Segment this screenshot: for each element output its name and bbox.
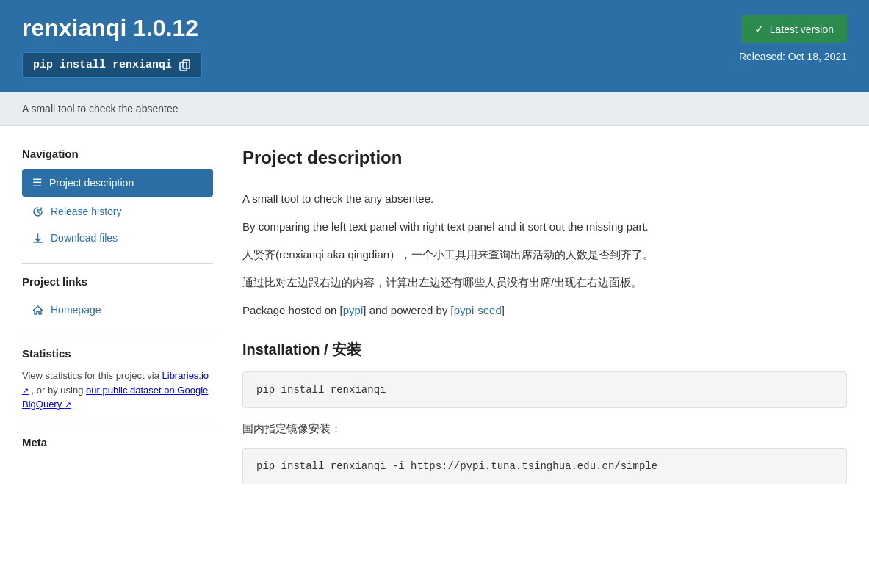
latest-version-label: Latest version: [770, 23, 834, 35]
pypi-link[interactable]: pypi: [343, 304, 364, 316]
project-links-title: Project links: [22, 275, 213, 288]
sidebar-divider-2: [22, 335, 213, 335]
content-para-3: 人贤齐(renxianqi aka qingdian），一个小工具用来查询出席活…: [242, 246, 847, 264]
statistics-text: View statistics for this project via Lib…: [22, 369, 213, 412]
sidebar-item-release-history[interactable]: Release history: [22, 198, 213, 225]
content-area: Project description A small tool to chec…: [242, 148, 847, 496]
external-link-icon-2: ↗: [65, 400, 71, 409]
package-title: renxianqi 1.0.12: [22, 15, 202, 42]
content-para-2: By comparing the left text panel with ri…: [242, 218, 847, 236]
external-link-icon: ↗: [22, 386, 29, 395]
released-date: Released: Oct 18, 2021: [739, 51, 847, 62]
mirror-label: 国内指定镜像安装：: [242, 420, 847, 438]
install-mirror-text: pip install renxianqi -i https://pypi.tu…: [256, 460, 657, 472]
sidebar-divider-1: [22, 263, 213, 264]
page-header: renxianqi 1.0.12 pip install renxianqi ✓…: [0, 0, 869, 92]
content-title: Project description: [242, 148, 847, 175]
sidebar-item-download-files[interactable]: Download files: [22, 225, 213, 251]
main-layout: Navigation ☰ Project description Release…: [0, 126, 869, 518]
download-icon: [32, 233, 43, 244]
latest-version-button[interactable]: ✓ Latest version: [741, 15, 847, 43]
sidebar-item-project-description-label: Project description: [49, 177, 134, 189]
install-mirror-block: pip install renxianqi -i https://pypi.tu…: [242, 448, 847, 484]
list-icon: ☰: [32, 176, 42, 189]
install-command-block: pip install renxianqi: [242, 371, 847, 408]
history-icon: [32, 206, 43, 217]
navigation-title: Navigation: [22, 148, 213, 160]
meta-title: Meta: [22, 436, 213, 449]
check-icon: ✓: [754, 22, 764, 36]
header-left: renxianqi 1.0.12 pip install renxianqi: [22, 15, 202, 78]
sidebar-divider-3: [22, 424, 213, 424]
statistics-title: Statistics: [22, 347, 213, 360]
copy-button[interactable]: [179, 59, 191, 71]
subtitle-bar: A small tool to check the absentee: [0, 92, 869, 126]
home-icon: [32, 305, 43, 316]
sidebar-item-homepage[interactable]: Homepage: [22, 297, 213, 323]
content-para-1: A small tool to check the any absentee.: [242, 190, 847, 208]
install-command-text: pip install renxianqi: [256, 384, 386, 396]
subtitle-text: A small tool to check the absentee: [22, 103, 178, 115]
pip-install-command: pip install renxianqi: [33, 59, 172, 71]
sidebar-item-release-history-label: Release history: [51, 206, 122, 217]
package-hosted-text: Package hosted on [pypi] and powered by …: [242, 302, 847, 319]
content-para-4: 通过比对左边跟右边的内容，计算出左边还有哪些人员没有出席/出现在右边面板。: [242, 274, 847, 291]
homepage-label: Homepage: [51, 304, 101, 316]
sidebar-item-download-files-label: Download files: [51, 232, 118, 244]
header-right: ✓ Latest version Released: Oct 18, 2021: [739, 15, 847, 62]
sidebar-item-project-description[interactable]: ☰ Project description: [22, 169, 213, 197]
pip-install-box: pip install renxianqi: [22, 52, 202, 78]
sidebar: Navigation ☰ Project description Release…: [22, 148, 213, 496]
pypi-seed-link[interactable]: pypi-seed: [454, 304, 502, 316]
installation-title: Installation / 安装: [242, 340, 847, 360]
